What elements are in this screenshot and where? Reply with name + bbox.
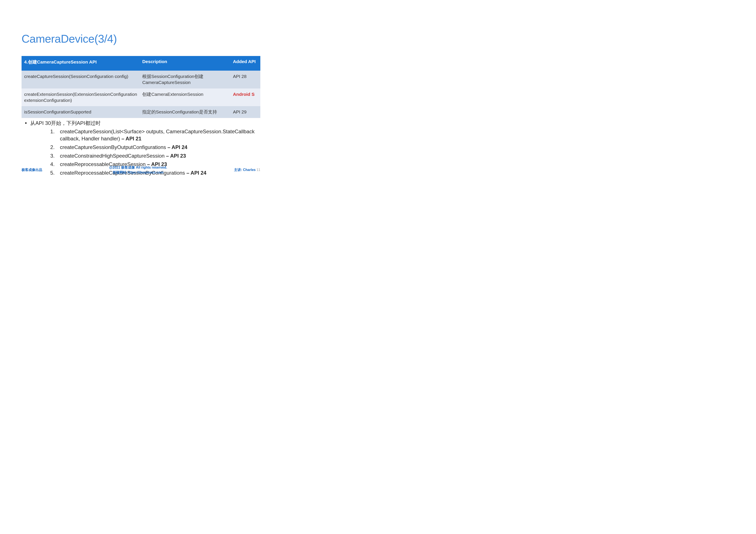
table-header-row: 4.创建CameraCaptureSession API Description… <box>21 56 260 71</box>
footer-left: 极客成像出品 <box>21 168 42 172</box>
cell-desc: 创建CameraExtensionSession <box>140 89 230 106</box>
deprecated-text: createCaptureSession(List<Surface> outpu… <box>60 129 255 142</box>
deprecated-suffix: – API 23 <box>165 153 186 159</box>
cell-api: isSessionConfigurationSupported <box>21 106 140 118</box>
footer-presenter: 主讲: Charles <box>234 168 256 172</box>
slide-content: CameraDevice(3/4) 4.创建CameraCaptureSessi… <box>0 0 282 199</box>
cell-api: createCaptureSession(SessionConfiguratio… <box>21 71 140 89</box>
deprecated-text: createCaptureSessionByOutputConfiguratio… <box>60 144 166 150</box>
bullet-lead-text: 从API 30开始，下列API都过时 <box>30 120 101 127</box>
col-api: 4.创建CameraCaptureSession API <box>21 56 140 71</box>
cell-added: Android S <box>230 89 260 106</box>
table-row: createCaptureSession(SessionConfiguratio… <box>21 71 260 89</box>
footer-website: 答疑网站 https://deepinout.com <box>109 170 167 175</box>
deprecated-suffix: – API 24 <box>166 144 187 150</box>
page-number: 11 <box>256 168 260 172</box>
cell-api: createExtensionSession(ExtensionSessionC… <box>21 89 140 106</box>
bullet-lead: • 从API 30开始，下列API都过时 <box>21 120 260 127</box>
cell-desc: 根据SessionConfiguration创建CameraCaptureSes… <box>140 71 230 89</box>
col-description: Description <box>140 56 230 71</box>
cell-desc: 指定的SessionConfiguration是否支持 <box>140 106 230 118</box>
deprecated-suffix: – API 21 <box>120 136 141 141</box>
table-row: isSessionConfigurationSupported 指定的Sessi… <box>21 106 260 118</box>
api-table: 4.创建CameraCaptureSession API Description… <box>21 56 260 118</box>
deprecated-text: createConstrainedHighSpeedCaptureSession <box>60 153 165 159</box>
slide-title: CameraDevice(3/4) <box>21 32 260 45</box>
footer-right: 主讲: Charles11 <box>234 168 260 172</box>
table-row: createExtensionSession(ExtensionSessionC… <box>21 89 260 106</box>
cell-added: API 29 <box>230 106 260 118</box>
footer-center: @2021 极客成像 All rights reserved. 答疑网站 htt… <box>109 165 167 175</box>
footer-copyright: @2021 极客成像 All rights reserved. <box>109 165 167 170</box>
cell-added: API 28 <box>230 71 260 89</box>
slide-footer: 极客成像出品 @2021 极客成像 All rights reserved. 答… <box>21 165 260 175</box>
list-item: createCaptureSession(List<Surface> outpu… <box>56 128 260 142</box>
list-item: createCaptureSessionByOutputConfiguratio… <box>56 144 260 151</box>
col-added: Added API <box>230 56 260 71</box>
bullet-dot-icon: • <box>21 120 30 126</box>
list-item: createConstrainedHighSpeedCaptureSession… <box>56 152 260 160</box>
